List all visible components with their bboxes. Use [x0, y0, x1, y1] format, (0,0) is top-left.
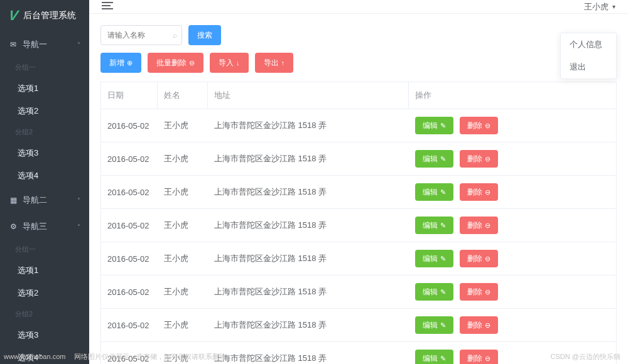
arrow-down-icon: ↓ — [236, 59, 240, 67]
delete-button[interactable]: 删除 ⊖ — [460, 316, 498, 334]
cell-address: 上海市普陀区金沙江路 1518 弄 — [208, 242, 409, 275]
cell-name: 王小虎 — [158, 309, 208, 341]
delete-button[interactable]: 删除 ⊖ — [460, 283, 498, 301]
cell-ops: 编辑 ✎删除 ⊖ — [409, 209, 616, 242]
cell-ops: 编辑 ✎删除 ⊖ — [409, 242, 616, 275]
chevron-up-icon: ˄ — [77, 41, 80, 48]
brand-title: 后台管理系统 — [23, 10, 76, 21]
edit-button[interactable]: 编辑 ✎ — [415, 117, 453, 134]
delete-button[interactable]: 删除 ⊖ — [460, 150, 498, 168]
cell-ops: 编辑 ✎删除 ⊖ — [409, 109, 616, 142]
nav-group-3[interactable]: ⚙ 导航三 ˄ — [0, 213, 89, 240]
cell-date: 2016-05-02 — [101, 209, 158, 242]
delete-button-label: 删除 — [467, 220, 482, 231]
minus-circle-icon: ⊖ — [485, 188, 490, 196]
user-menu[interactable]: 王小虎 ▾ — [584, 1, 615, 13]
add-button-label: 新增 — [109, 58, 124, 68]
export-button-label: 导出 — [264, 58, 279, 68]
cell-address: 上海市普陀区金沙江路 1518 弄 — [208, 309, 409, 341]
batch-delete-button[interactable]: 批量删除 ⊖ — [148, 53, 203, 73]
edit-button-label: 编辑 — [423, 187, 438, 198]
minus-circle-icon: ⊖ — [485, 222, 490, 230]
sidebar-item-label: 选项3 — [18, 147, 38, 159]
delete-button-label: 删除 — [467, 254, 482, 264]
sidebar-item-label: 选项2 — [18, 105, 38, 117]
edit-icon: ✎ — [440, 122, 446, 130]
minus-circle-icon: ⊖ — [485, 122, 490, 130]
edit-icon: ✎ — [440, 155, 446, 163]
sidebar-item-label: 选项4 — [18, 170, 38, 181]
brand: V 后台管理系统 — [0, 0, 89, 31]
edit-button[interactable]: 编辑 ✎ — [415, 150, 453, 168]
delete-button[interactable]: 删除 ⊖ — [460, 350, 498, 364]
sidebar-item-g3-option3[interactable]: 选项3 — [0, 324, 89, 346]
edit-icon: ✎ — [440, 222, 446, 230]
delete-button[interactable]: 删除 ⊖ — [460, 250, 498, 267]
footer-note: www.toymoban.com 网络图片仅供展示，非存储，如有侵权请联系删除。 — [4, 352, 233, 361]
data-table: 日期 姓名 地址 操作 2016-05-02王小虎上海市普陀区金沙江路 1518… — [100, 82, 617, 364]
cell-name: 王小虎 — [158, 176, 208, 208]
edit-button[interactable]: 编辑 ✎ — [415, 350, 453, 364]
sidebar-item-option2[interactable]: 选项2 — [0, 100, 89, 122]
nav-group-1[interactable]: ✉ 导航一 ˄ — [0, 31, 89, 58]
col-date: 日期 — [101, 82, 158, 109]
nav-group-3-label: 导航三 — [23, 221, 47, 232]
minus-circle-icon: ⊖ — [485, 321, 490, 329]
delete-button-label: 删除 — [467, 287, 482, 297]
profile-menu-item[interactable]: 个人信息 — [561, 33, 616, 56]
cell-name: 王小虎 — [158, 276, 208, 308]
cell-ops: 编辑 ✎删除 ⊖ — [409, 142, 616, 175]
table-row: 2016-05-02王小虎上海市普陀区金沙江路 1518 弄编辑 ✎删除 ⊖ — [101, 309, 616, 342]
col-ops: 操作 — [409, 82, 616, 109]
sidebar-item-g3-option1[interactable]: 选项1 — [0, 259, 89, 282]
export-button[interactable]: 导出 ↑ — [255, 53, 294, 73]
delete-button[interactable]: 删除 ⊖ — [460, 217, 498, 234]
delete-button[interactable]: 删除 ⊖ — [460, 183, 498, 201]
cell-address: 上海市普陀区金沙江路 1518 弄 — [208, 176, 409, 208]
sidebar: V 后台管理系统 ✉ 导航一 ˄ 分组一 选项1 选项2 分组2 选项3 选项4… — [0, 0, 89, 364]
table-row: 2016-05-02王小虎上海市普陀区金沙江路 1518 弄编辑 ✎删除 ⊖ — [101, 142, 616, 176]
cell-ops: 编辑 ✎删除 ⊖ — [409, 176, 616, 208]
import-button-label: 导入 — [219, 58, 234, 68]
cell-ops: 编辑 ✎删除 ⊖ — [409, 276, 616, 308]
sidebar-item-label: 选项1 — [18, 83, 38, 94]
collapse-sidebar-button[interactable] — [102, 0, 113, 13]
cell-address: 上海市普陀区金沙江路 1518 弄 — [208, 342, 409, 364]
search-input[interactable] — [100, 25, 182, 45]
table-header: 日期 姓名 地址 操作 — [101, 82, 616, 109]
edit-icon: ✎ — [440, 288, 446, 296]
grid-icon: ▦ — [9, 196, 18, 205]
chevron-up-icon: ˄ — [77, 223, 80, 230]
edit-button[interactable]: 编辑 ✎ — [415, 283, 453, 301]
table-row: 2016-05-02王小虎上海市普陀区金沙江路 1518 弄编辑 ✎删除 ⊖ — [101, 109, 616, 142]
delete-button-label: 删除 — [467, 320, 482, 331]
sidebar-item-label: 选项3 — [18, 329, 38, 341]
search-button[interactable]: 搜索 — [188, 25, 221, 45]
cell-name: 王小虎 — [158, 109, 208, 142]
delete-button-label: 删除 — [467, 154, 482, 164]
edit-icon: ✎ — [440, 321, 446, 329]
nav-group-2[interactable]: ▦ 导航二 ˅ — [0, 187, 89, 213]
minus-circle-icon: ⊖ — [485, 355, 490, 363]
edit-button[interactable]: 编辑 ✎ — [415, 217, 453, 234]
cell-address: 上海市普陀区金沙江路 1518 弄 — [208, 109, 409, 142]
add-button[interactable]: 新增 ⊕ — [100, 53, 141, 73]
nav-group-3-section-1-label: 分组一 — [0, 240, 89, 259]
delete-button[interactable]: 删除 ⊖ — [460, 117, 498, 134]
nav-group-2-label: 导航二 — [23, 195, 47, 206]
logout-menu-item[interactable]: 退出 — [561, 56, 616, 78]
cell-address: 上海市普陀区金沙江路 1518 弄 — [208, 276, 409, 308]
sidebar-item-option3[interactable]: 选项3 — [0, 142, 89, 164]
sidebar-item-label: 选项1 — [18, 265, 38, 276]
arrow-up-icon: ↑ — [281, 59, 285, 67]
import-button[interactable]: 导入 ↓ — [210, 53, 249, 73]
sidebar-item-g3-option2[interactable]: 选项2 — [0, 282, 89, 304]
edit-button[interactable]: 编辑 ✎ — [415, 250, 453, 267]
sidebar-item-option4[interactable]: 选项4 — [0, 164, 89, 187]
edit-button[interactable]: 编辑 ✎ — [415, 183, 453, 201]
main: 王小虎 ▾ 个人信息 退出 ⌕ 搜索 新增 ⊕ 批 — [89, 0, 628, 364]
nav-group-1-section-1-label: 分组一 — [0, 58, 89, 77]
edit-button[interactable]: 编辑 ✎ — [415, 316, 453, 334]
sidebar-item-option1[interactable]: 选项1 — [0, 77, 89, 100]
edit-button-label: 编辑 — [423, 254, 438, 264]
